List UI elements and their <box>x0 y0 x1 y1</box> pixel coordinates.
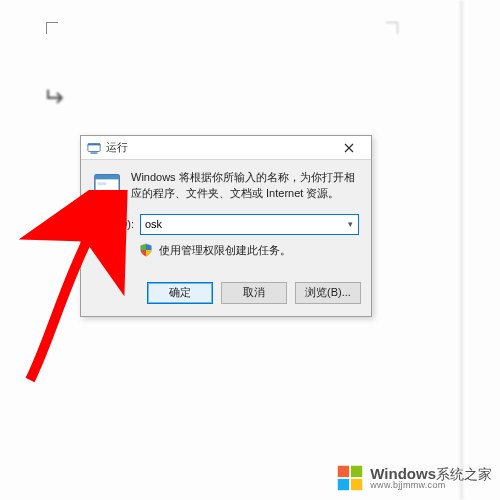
svg-rect-2 <box>91 152 98 153</box>
enter-glyph: ↵ <box>42 82 64 113</box>
dialog-footer: 确定 取消 浏览(B)... <box>81 272 371 316</box>
svg-rect-8 <box>98 182 106 185</box>
admin-text: 使用管理权限创建此任务。 <box>159 243 291 258</box>
svg-rect-7 <box>101 193 114 196</box>
vertical-divider <box>460 0 463 500</box>
svg-rect-11 <box>338 479 349 490</box>
windows-logo-icon <box>336 464 364 492</box>
svg-rect-12 <box>351 479 362 490</box>
chevron-down-icon[interactable]: ▾ <box>342 215 358 234</box>
watermark-url: www.bjjmmw.com <box>370 481 492 490</box>
open-label: 打开(O): <box>93 217 134 232</box>
description-row: Windows 将根据你所输入的名称，为你打开相应的程序、文件夹、文档或 Int… <box>93 170 359 202</box>
crop-mark-top-right <box>386 22 398 34</box>
cancel-button[interactable]: 取消 <box>221 282 287 304</box>
open-combobox[interactable]: ▾ <box>140 214 359 235</box>
close-button[interactable] <box>331 137 367 159</box>
svg-rect-6 <box>95 175 119 180</box>
close-icon <box>344 143 354 153</box>
run-app-icon <box>93 170 123 200</box>
dialog-title: 运行 <box>106 140 331 155</box>
run-titlebar-icon <box>87 141 101 155</box>
dialog-description: Windows 将根据你所输入的名称，为你打开相应的程序、文件夹、文档或 Int… <box>131 170 359 202</box>
open-row: 打开(O): ▾ <box>93 214 359 235</box>
svg-rect-10 <box>351 466 362 477</box>
run-dialog: 运行 Windows 将根据你所输入的名称，为你打开相应的程序、文件夹、文档或 … <box>80 135 372 317</box>
crop-mark-top-left <box>46 22 58 34</box>
svg-rect-9 <box>338 466 349 477</box>
dialog-body: Windows 将根据你所输入的名称，为你打开相应的程序、文件夹、文档或 Int… <box>81 160 371 272</box>
titlebar[interactable]: 运行 <box>81 136 371 160</box>
browse-button[interactable]: 浏览(B)... <box>295 282 361 304</box>
shield-icon <box>139 243 153 257</box>
ok-button[interactable]: 确定 <box>147 282 213 304</box>
svg-rect-1 <box>88 143 100 145</box>
watermark-text: Windows系统之家 www.bjjmmw.com <box>370 466 492 490</box>
watermark: Windows系统之家 www.bjjmmw.com <box>336 464 492 492</box>
admin-row: 使用管理权限创建此任务。 <box>139 243 359 258</box>
open-input[interactable] <box>141 215 342 234</box>
